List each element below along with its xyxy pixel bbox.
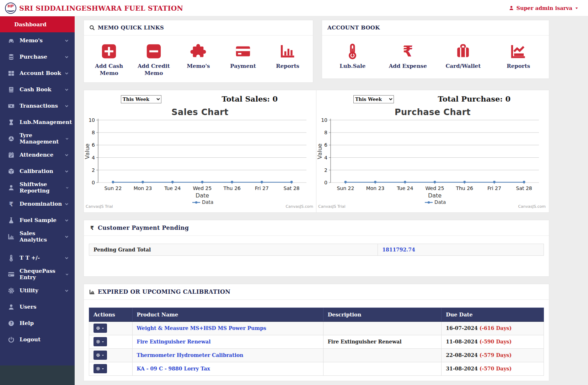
svg-text:Value: Value [84,143,91,159]
pending-grand-total-value[interactable]: 1811792.74 [378,244,544,256]
pending-grand-total-label: Pending Grand Total [89,244,378,256]
row-actions-button[interactable] [93,324,107,333]
sales-chart-controls: This Week Total Sales: 0 [84,95,316,107]
sidebar-item-users[interactable]: Users [0,299,75,315]
gear-icon [96,367,100,371]
quick-link-memo-s[interactable]: Memo's [177,43,220,70]
svg-text:Data: Data [434,199,446,205]
svg-text:?: ? [10,321,12,326]
svg-text:6: 6 [324,142,327,148]
credit-card-icon [235,43,251,59]
description-cell [323,362,442,375]
pending-grand-total-row: Pending Grand Total 1811792.74 [89,244,544,256]
sidebar-item-utility[interactable]: Utility [0,282,75,299]
row-actions-button[interactable] [93,364,107,373]
due-date-text: 11-08-2024 [446,339,479,345]
product-name-link[interactable]: Weight & Measure MS+HSD MS Power Pumps [137,325,266,331]
quick-link-label: Add Cash Memo [88,63,130,77]
sidebar-item-lub-management[interactable]: Lub.Management [0,114,75,130]
chart-plot: 0246810ValueSun 22Mon 23Tue 24Wed 25Thu … [316,118,547,209]
sidebar-item-label: Fuel Sample [20,217,57,223]
sidebar-item-cash-book[interactable]: Cash Book [0,81,75,98]
calibration-row: Weight & Measure MS+HSD MS Power Pumps16… [89,321,544,335]
sidebar-item-dashboard[interactable]: Dashboard [0,16,75,32]
sidebar-item-shiftwise-reporting[interactable]: Shiftwise Reporting [0,179,75,196]
svg-text:Wed 25: Wed 25 [193,185,212,191]
bar-chart-icon [89,289,95,295]
svg-text:2: 2 [324,167,327,173]
purchase-range-select[interactable]: This Week [353,95,394,103]
column-actions: Actions [89,308,133,322]
main-content: MEMO QUICK LINKS Add Cash MemoAdd Credit… [75,16,588,385]
product-name-link[interactable]: Fire Extinguisher Renewal [137,339,211,345]
svg-text:4: 4 [324,155,327,161]
hourglass-icon [8,119,15,126]
chevron-down-icon [64,169,69,174]
sidebar-item-fuel-sample[interactable]: Fuel Sample [0,212,75,228]
sidebar-item-t-t[interactable]: T T +/- [0,250,75,266]
sidebar-item-memo-s[interactable]: Memo's [0,32,75,49]
plus-square-icon [101,43,117,59]
sidebar-item-denomination[interactable]: ₹Denomination [0,196,75,212]
sidebar-item-account-book[interactable]: Account Book [0,65,75,81]
sidebar-item-purchase[interactable]: Purchase [0,49,75,65]
sidebar-item-help[interactable]: ?Help [0,315,75,331]
sidebar-item-attendence[interactable]: Attendence [0,147,75,163]
sidebar-item-label: Users [20,304,36,310]
quick-link-add-credit-memo[interactable]: Add Credit Memo [132,43,175,77]
quick-link-add-expense[interactable]: ₹Add Expense [386,43,429,70]
sidebar-nav: DashboardMemo'sPurchaseAccount BookCash … [0,16,75,365]
purchase-chart-controls: This Week Total Purchase: 0 [316,95,549,107]
minus-square-icon [146,43,162,59]
briefcase-icon [455,43,471,59]
gear-icon [96,326,100,330]
rupee-icon: ₹ [400,43,416,59]
row-actions-button[interactable] [93,337,107,346]
car-icon [8,37,15,44]
svg-text:Mon 23: Mon 23 [134,185,152,191]
calibration-card: EXPIRED OR UPCOMING CALIBRATION Actions … [84,284,549,381]
row-actions-button[interactable] [93,351,107,360]
sales-chart-panel: This Week Total Sales: 0 Sales Chart 024… [84,90,316,212]
search-icon [89,25,95,31]
overdue-days-text: (-590 Days) [480,339,512,345]
sidebar-item-logout[interactable]: Logout [0,331,75,348]
quick-link-lub-sale[interactable]: Lub.Sale [331,43,374,70]
svg-text:Sat 28: Sat 28 [516,185,532,191]
sidebar-item-tyre-management[interactable]: Tyre Management [0,130,75,147]
product-name-link[interactable]: KA - 09 C - 9880 Lorry Tax [137,366,210,372]
description-cell [323,348,442,362]
sidebar-item-label: Calibration [20,168,53,174]
bar-chart-icon [280,43,296,59]
sidebar-item-label: Utility [20,287,38,294]
quick-link-payment[interactable]: Payment [222,43,264,70]
user-menu[interactable]: Super admin isarva [509,5,579,11]
customer-payment-pending-card: ₹ Customer Payment Pending Pending Grand… [84,220,549,277]
chevron-down-icon [64,218,69,223]
due-date-cell: 16-07-2024 (-616 Days) [442,321,544,335]
svg-text:Wed 25: Wed 25 [426,185,444,191]
overdue-days-text: (-579 Days) [480,352,512,358]
quick-link-add-cash-memo[interactable]: Add Cash Memo [88,43,130,77]
quick-link-card-wallet[interactable]: Card/Wallet [442,43,485,70]
sidebar-item-sales-analytics[interactable]: Sales Analytics [0,228,75,245]
table-icon [8,70,15,77]
quick-link-reports[interactable]: Reports [497,43,540,70]
quick-link-label: Add Expense [389,63,427,70]
svg-text:6: 6 [92,142,95,148]
sidebar-item-label: Cash Book [20,86,51,93]
quick-link-reports[interactable]: Reports [266,43,309,70]
due-date-cell: 11-08-2024 (-590 Days) [442,335,544,348]
sidebar-item-calibration[interactable]: Calibration [0,163,75,179]
sidebar-item-transactions[interactable]: Transactions [0,98,75,114]
thermometer-icon [344,43,360,59]
svg-text:4: 4 [92,155,95,161]
sales-range-select[interactable]: This Week [121,95,161,103]
product-name-link[interactable]: Thermometer Hydrometer Calibration [137,352,244,358]
svg-text:2: 2 [92,167,95,173]
sidebar-item-label: Denomination [20,201,62,207]
sidebar-item-chequepass-entry[interactable]: ChequePass Entry [0,266,75,282]
product-name-cell: KA - 09 C - 9880 Lorry Tax [132,362,323,375]
svg-text:Sat 28: Sat 28 [284,185,300,191]
account-book-body: Lub.Sale₹Add ExpenseCard/WalletReports [322,36,549,78]
